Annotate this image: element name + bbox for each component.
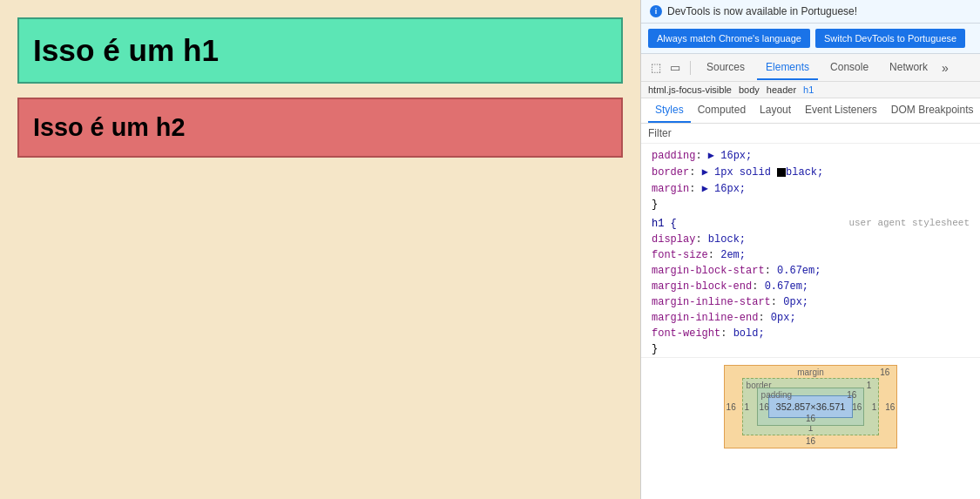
box-model-diagram: margin 16 16 16 16 border 1 1 1 1 padd [724, 365, 898, 448]
box-model-padding: padding 16 16 16 16 352.857×36.571 [757, 388, 865, 426]
h2-heading: Isso é um h2 [33, 113, 607, 142]
css-rule-padding: padding: ▶ 16px; [641, 147, 980, 164]
bm-padding-left: 16 [760, 402, 769, 412]
info-icon: i [650, 5, 662, 17]
css-brace-close: } [641, 197, 980, 212]
bm-content-size: 352.857×36.571 [776, 401, 846, 412]
devtools-notification: i DevTools is now available in Portugues… [641, 0, 980, 24]
bm-border-left: 1 [745, 402, 750, 412]
h1-heading: Isso é um h1 [33, 33, 607, 68]
bm-border-top: 1 [867, 381, 872, 390]
devtools-breadcrumb: html.js-focus-visible body header h1 [641, 82, 980, 98]
color-swatch [777, 168, 786, 177]
devtools-panel: i DevTools is now available in Portugues… [640, 0, 980, 499]
subtab-styles[interactable]: Styles [648, 98, 691, 123]
filter-input[interactable] [679, 127, 973, 139]
css-rule-border: border: ▶ 1px solid black; [641, 164, 980, 180]
bm-padding-label: padding [761, 390, 793, 400]
devtools-subtabs: Styles Computed Layout Event Listeners D… [641, 98, 980, 124]
css-h1-margin-block-start: margin-block-start: 0.67em; [641, 263, 980, 279]
breadcrumb-h1[interactable]: h1 [803, 84, 814, 95]
bm-padding-right: 16 [852, 402, 862, 412]
css-h1-margin-inline-start: margin-inline-start: 0px; [641, 294, 980, 310]
box-model-margin: margin 16 16 16 16 border 1 1 1 1 padd [724, 365, 898, 448]
bm-margin-top: 16 [880, 368, 889, 377]
tab-console[interactable]: Console [821, 56, 877, 80]
bm-padding-top: 16 [847, 390, 856, 400]
tab-elements[interactable]: Elements [757, 56, 818, 80]
tab-sources[interactable]: Sources [698, 56, 754, 80]
bm-margin-label: margin [797, 368, 824, 377]
tab-more-icon[interactable]: » [942, 61, 949, 75]
device-toggle-icon[interactable]: ▭ [667, 60, 683, 76]
devtools-filter-bar: Filter [641, 124, 980, 144]
css-rule-margin: margin: ▶ 16px; [641, 180, 980, 197]
css-h1-font-weight: font-weight: bold; [641, 326, 980, 341]
devtools-buttons-row: Always match Chrome's language Switch De… [641, 24, 980, 54]
subtab-dom-breakpoints[interactable]: DOM Breakpoints [884, 98, 980, 123]
tab-network[interactable]: Network [881, 56, 936, 80]
box-model-container: margin 16 16 16 16 border 1 1 1 1 padd [641, 357, 980, 455]
box-model-border: border 1 1 1 1 padding 16 16 16 16 [742, 378, 880, 435]
breadcrumb-html[interactable]: html.js-focus-visible [648, 84, 732, 95]
subtab-layout[interactable]: Layout [753, 98, 798, 123]
switch-language-button[interactable]: Switch DevTools to Portuguese [815, 29, 965, 48]
css-h1-margin-inline-end: margin-inline-end: 0px; [641, 310, 980, 326]
breadcrumb-header[interactable]: header [767, 84, 796, 95]
css-h1-display: display: block; [641, 232, 980, 247]
css-h1-rule-header: h1 { user agent stylesheet [641, 216, 980, 232]
css-h1-close-brace: } [641, 341, 980, 357]
bm-margin-left: 16 [727, 402, 736, 412]
notification-text: DevTools is now available in Portuguese! [667, 5, 857, 17]
toolbar-divider [690, 61, 691, 75]
bm-margin-bottom: 16 [806, 436, 815, 446]
css-h1-margin-block-end: margin-block-end: 0.67em; [641, 279, 980, 294]
subtab-computed[interactable]: Computed [691, 98, 753, 123]
bm-margin-right: 16 [885, 402, 895, 412]
page-preview: Isso é um h1 Isso é um h2 [0, 0, 640, 499]
devtools-main-toolbar: ⬚ ▭ Sources Elements Console Network » [641, 54, 980, 82]
bm-padding-bottom: 16 [806, 414, 815, 423]
devtools-css-content: padding: ▶ 16px; border: ▶ 1px solid bla… [641, 144, 980, 499]
css-h1-font-size: font-size: 2em; [641, 247, 980, 263]
subtab-event-listeners[interactable]: Event Listeners [798, 98, 884, 123]
select-element-icon[interactable]: ⬚ [648, 60, 664, 76]
match-language-button[interactable]: Always match Chrome's language [648, 29, 810, 48]
filter-label: Filter [648, 127, 672, 139]
h2-preview-box: Isso é um h2 [17, 98, 623, 158]
breadcrumb-body[interactable]: body [739, 84, 760, 95]
bm-border-right: 1 [872, 402, 877, 412]
h1-preview-box: Isso é um h1 [17, 17, 623, 84]
